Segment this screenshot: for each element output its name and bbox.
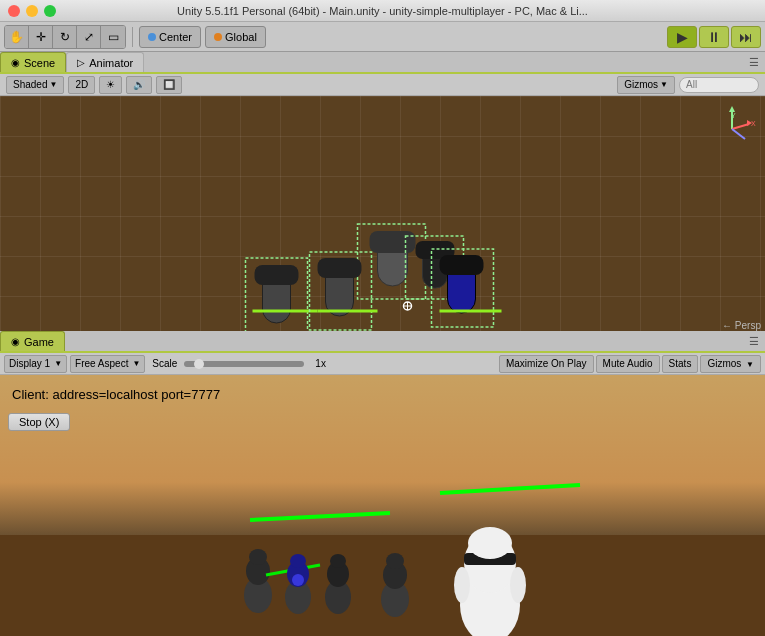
game-viewport: Client: address=localhost port=7777 Stop… bbox=[0, 375, 765, 636]
lighting-button[interactable]: ☀ bbox=[99, 76, 122, 94]
animator-tab-icon: ▷ bbox=[77, 57, 85, 68]
shaded-dropdown-arrow: ▼ bbox=[49, 80, 57, 89]
svg-point-37 bbox=[290, 554, 306, 568]
stats-button[interactable]: Stats bbox=[662, 355, 699, 373]
display-dropdown[interactable]: Display 1 ▼ bbox=[4, 355, 67, 373]
scale-thumb bbox=[194, 359, 204, 369]
play-button[interactable]: ▶ bbox=[667, 26, 697, 48]
center-button[interactable]: Center bbox=[139, 26, 201, 48]
maximize-button[interactable] bbox=[44, 5, 56, 17]
svg-rect-14 bbox=[255, 265, 299, 285]
global-button[interactable]: Global bbox=[205, 26, 266, 48]
tab-game[interactable]: ◉ Game bbox=[0, 331, 65, 351]
svg-point-49 bbox=[454, 567, 470, 603]
svg-point-44 bbox=[386, 553, 404, 569]
scene-tab-icon: ◉ bbox=[11, 57, 20, 68]
svg-line-30 bbox=[440, 485, 580, 493]
move-tool[interactable]: ✛ bbox=[29, 26, 53, 48]
svg-rect-8 bbox=[370, 231, 416, 253]
step-button[interactable]: ⏭ bbox=[731, 26, 761, 48]
2d-button[interactable]: 2D bbox=[68, 76, 95, 94]
rotate-tool[interactable]: ↻ bbox=[53, 26, 77, 48]
scene-toolbar: Shaded ▼ 2D ☀ 🔊 🔲 Gizmos ▼ bbox=[0, 74, 765, 96]
scene-tab-label: Scene bbox=[24, 57, 55, 69]
toolbar-separator-1 bbox=[132, 27, 133, 47]
scale-value: 1x bbox=[315, 358, 326, 369]
game-gizmos-arrow: ▼ bbox=[746, 360, 754, 369]
play-controls: ▶ ⏸ ⏭ bbox=[667, 26, 761, 48]
tab-bar-collapse[interactable]: ☰ bbox=[743, 52, 765, 72]
scale-label: Scale bbox=[152, 358, 177, 369]
aspect-dropdown-arrow: ▼ bbox=[132, 359, 140, 368]
svg-point-33 bbox=[249, 549, 267, 565]
game-toolbar-right: Maximize On Play Mute Audio Stats Gizmos… bbox=[499, 355, 761, 373]
pause-button[interactable]: ⏸ bbox=[699, 26, 729, 48]
gizmos-dropdown-arrow: ▼ bbox=[660, 80, 668, 89]
game-tab-bar-collapse[interactable]: ☰ bbox=[743, 331, 765, 351]
svg-point-41 bbox=[330, 554, 346, 568]
minimize-button[interactable] bbox=[26, 5, 38, 17]
titlebar: Unity 5.5.1f1 Personal (64bit) - Main.un… bbox=[0, 0, 765, 22]
animator-tab-label: Animator bbox=[89, 57, 133, 69]
mute-audio-button[interactable]: Mute Audio bbox=[596, 355, 660, 373]
tab-scene[interactable]: ◉ Scene bbox=[0, 52, 66, 72]
game-toolbar: Display 1 ▼ Free Aspect ▼ Scale 1x Maxim… bbox=[0, 353, 765, 375]
audio-button[interactable]: 🔊 bbox=[126, 76, 152, 94]
game-gizmos-button[interactable]: Gizmos ▼ bbox=[700, 355, 761, 373]
scene-tab-bar: ◉ Scene ▷ Animator ☰ bbox=[0, 52, 765, 74]
window-title: Unity 5.5.1f1 Personal (64bit) - Main.un… bbox=[177, 5, 588, 17]
svg-point-50 bbox=[510, 567, 526, 603]
traffic-lights bbox=[8, 5, 56, 17]
gizmos-button[interactable]: Gizmos ▼ bbox=[617, 76, 675, 94]
svg-point-48 bbox=[468, 527, 512, 559]
game-tab-label: Game bbox=[24, 336, 54, 348]
game-tab-bar: ◉ Game ☰ bbox=[0, 331, 765, 353]
display-dropdown-arrow: ▼ bbox=[54, 359, 62, 368]
scene-search-input[interactable] bbox=[679, 77, 759, 93]
scale-tool[interactable]: ⤢ bbox=[77, 26, 101, 48]
global-dot-icon bbox=[214, 33, 222, 41]
svg-line-29 bbox=[250, 513, 390, 520]
effects-button[interactable]: 🔲 bbox=[156, 76, 182, 94]
tab-animator[interactable]: ▷ Animator bbox=[66, 52, 144, 72]
maximize-on-play-button[interactable]: Maximize On Play bbox=[499, 355, 594, 373]
center-dot-icon bbox=[148, 33, 156, 41]
hand-tool[interactable]: ✋ bbox=[5, 26, 29, 48]
svg-rect-28 bbox=[0, 535, 765, 636]
scene-toolbar-right: Gizmos ▼ bbox=[617, 76, 759, 94]
game-tab-icon: ◉ bbox=[11, 336, 20, 347]
transform-tools: ✋ ✛ ↻ ⤢ ▭ bbox=[4, 25, 126, 49]
svg-rect-22 bbox=[440, 255, 484, 275]
scale-slider[interactable] bbox=[184, 361, 304, 367]
svg-rect-18 bbox=[318, 258, 362, 278]
rect-tool[interactable]: ▭ bbox=[101, 26, 125, 48]
aspect-dropdown[interactable]: Free Aspect ▼ bbox=[70, 355, 145, 373]
shaded-dropdown[interactable]: Shaded ▼ bbox=[6, 76, 64, 94]
main-toolbar: ✋ ✛ ↻ ⤢ ▭ Center Global ▶ ⏸ ⏭ bbox=[0, 22, 765, 52]
close-button[interactable] bbox=[8, 5, 20, 17]
persp-label: ← Persp bbox=[722, 320, 761, 331]
svg-point-38 bbox=[292, 574, 304, 586]
scene-viewport: Y X ← Persp bbox=[0, 96, 765, 331]
